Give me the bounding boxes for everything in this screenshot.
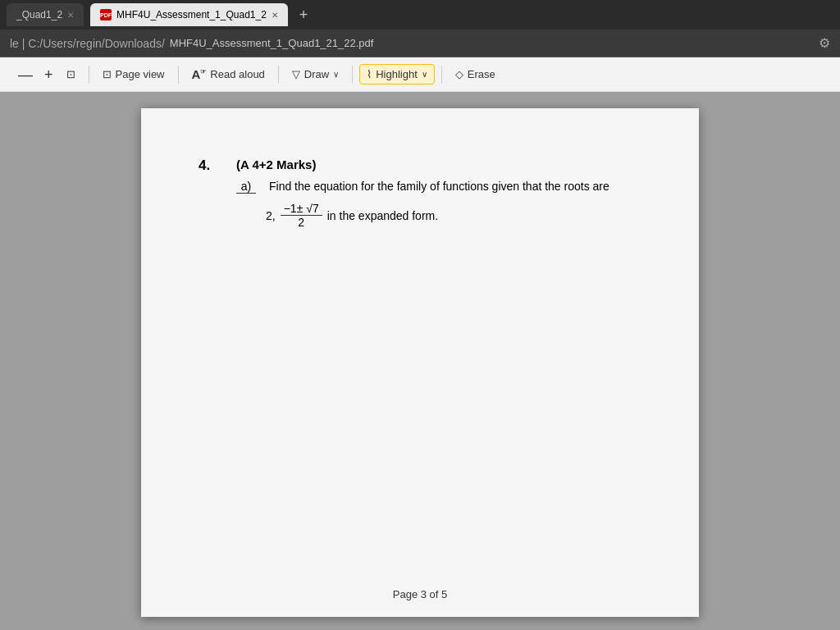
question-marks: (A 4+2 Marks) xyxy=(236,158,316,171)
read-aloud-button[interactable]: A☞ Read aloud xyxy=(185,64,272,84)
question-number: 4. xyxy=(199,158,223,229)
tab-close-icon[interactable]: ✕ xyxy=(67,11,74,20)
erase-label: Erase xyxy=(468,68,495,80)
draw-button[interactable]: ▽ Draw ∨ xyxy=(285,65,345,84)
question-number-label: 4. xyxy=(199,158,210,173)
new-tab-button[interactable]: + xyxy=(294,7,313,24)
highlight-label: Highlight xyxy=(376,68,418,80)
settings-icon[interactable]: ⚙ xyxy=(819,35,830,51)
highlight-button[interactable]: ⌇ Highlight ∨ xyxy=(359,64,435,84)
part-a-text: Find the equation for the family of func… xyxy=(269,180,609,194)
address-prefix: le | C:/Users/regin/Downloads/ xyxy=(10,37,165,50)
fit-page-icon: ⊡ xyxy=(66,68,75,80)
question-part-a: a) Find the equation for the family of f… xyxy=(236,180,609,194)
pdf-viewer-area: 4. (A 4+2 Marks) a) Find the equation fo… xyxy=(0,92,840,630)
tab-active-close-icon[interactable]: ✕ xyxy=(272,11,278,20)
fit-page-button[interactable]: ⊡ xyxy=(60,65,82,84)
tab-prev-label: _Quad1_2 xyxy=(16,9,62,21)
browser-tab-bar: _Quad1_2 ✕ PDF MHF4U_Assessment_1_Quad1_… xyxy=(0,0,840,30)
draw-chevron-icon: ∨ xyxy=(333,70,339,79)
tab-active[interactable]: PDF MHF4U_Assessment_1_Quad1_2 ✕ xyxy=(90,3,288,26)
draw-icon: ▽ xyxy=(292,68,300,80)
page-view-icon: ⊡ xyxy=(103,68,112,80)
toolbar-separator-3 xyxy=(278,66,279,84)
read-aloud-icon: A☞ xyxy=(192,67,207,81)
tab-active-label: MHF4U_Assessment_1_Quad1_2 xyxy=(116,9,267,21)
math-prefix: 2, xyxy=(266,209,276,222)
toolbar-separator-2 xyxy=(178,66,179,84)
fraction-numerator: −1± √7 xyxy=(281,202,322,216)
toolbar-separator-1 xyxy=(89,66,89,84)
pdf-toolbar: — + ⊡ ⊡ Page view A☞ Read aloud ▽ Draw ∨… xyxy=(0,57,840,92)
highlight-chevron-icon: ∨ xyxy=(422,70,427,79)
fraction-denominator: 2 xyxy=(294,216,308,229)
erase-button[interactable]: ◇ Erase xyxy=(449,65,502,84)
pdf-icon: PDF xyxy=(100,9,112,21)
zoom-out-button[interactable]: — xyxy=(13,66,38,84)
toolbar-separator-4 xyxy=(352,66,353,84)
zoom-in-button[interactable]: + xyxy=(39,66,58,84)
draw-label: Draw xyxy=(304,68,329,80)
page-number: Page 3 of 5 xyxy=(393,588,448,600)
address-bar: le | C:/Users/regin/Downloads/ MHF4U_Ass… xyxy=(0,30,840,57)
page-footer: Page 3 of 5 xyxy=(141,588,699,600)
address-file: MHF4U_Assessment_1_Quad1_21_22.pdf xyxy=(170,37,374,49)
tab-previous[interactable]: _Quad1_2 ✕ xyxy=(7,3,84,26)
pdf-page: 4. (A 4+2 Marks) a) Find the equation fo… xyxy=(141,108,699,617)
highlight-icon: ⌇ xyxy=(367,68,372,80)
question-content: (A 4+2 Marks) a) Find the equation for t… xyxy=(236,158,609,229)
fraction: −1± √7 2 xyxy=(281,202,322,229)
page-view-button[interactable]: ⊡ Page view xyxy=(96,65,171,84)
math-expression: 2, −1± √7 2 in the expanded form. xyxy=(266,202,609,229)
part-a-label: a) xyxy=(236,180,256,194)
erase-icon: ◇ xyxy=(455,68,463,80)
math-suffix: in the expanded form. xyxy=(327,209,438,222)
page-view-label: Page view xyxy=(116,68,165,80)
zoom-controls: — + ⊡ xyxy=(13,65,82,84)
toolbar-separator-5 xyxy=(441,66,442,84)
read-aloud-label: Read aloud xyxy=(210,68,265,80)
question-4: 4. (A 4+2 Marks) a) Find the equation fo… xyxy=(199,158,641,229)
